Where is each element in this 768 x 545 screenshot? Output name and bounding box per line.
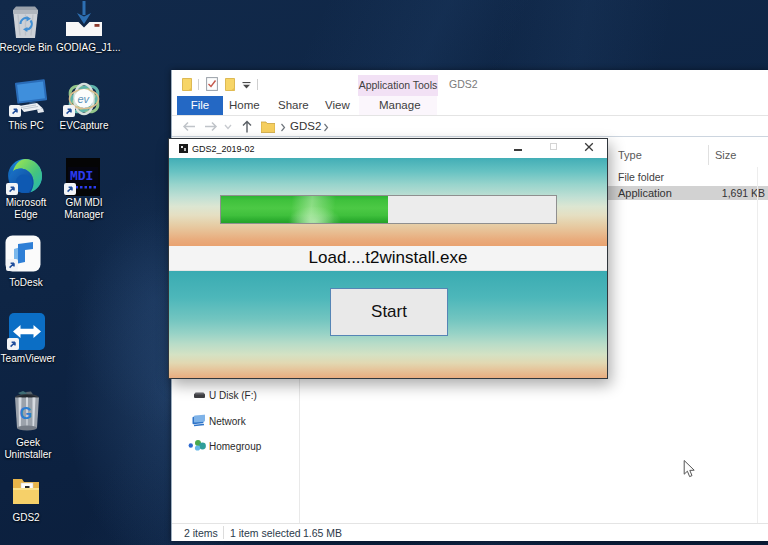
svg-text:MDI: MDI (70, 169, 93, 184)
svg-text:ev: ev (78, 93, 91, 105)
svg-text:G: G (20, 405, 32, 422)
